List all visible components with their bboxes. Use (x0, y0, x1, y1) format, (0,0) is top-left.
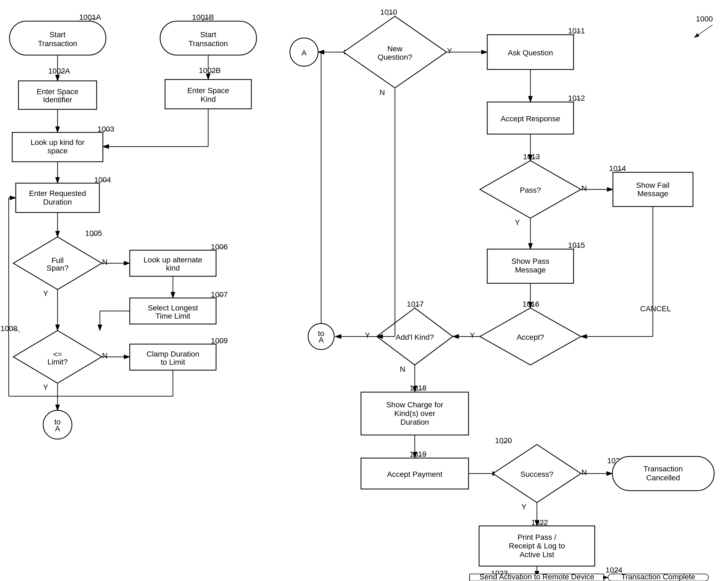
svg-text:Question?: Question? (378, 53, 412, 61)
svg-text:1014: 1014 (609, 164, 626, 173)
svg-text:1002A: 1002A (48, 67, 70, 75)
svg-text:Full: Full (51, 256, 63, 265)
svg-text:1000: 1000 (696, 15, 713, 23)
svg-text:A: A (55, 424, 60, 433)
svg-text:Active List: Active List (520, 550, 554, 559)
svg-text:A: A (302, 49, 307, 57)
svg-text:Add'l Kind?: Add'l Kind? (396, 333, 434, 341)
svg-text:N: N (581, 184, 587, 192)
svg-text:Start: Start (200, 30, 216, 39)
svg-text:Message: Message (638, 189, 668, 198)
svg-text:1024: 1024 (605, 566, 622, 574)
svg-text:Y: Y (470, 331, 475, 340)
svg-text:Duration: Duration (400, 418, 429, 426)
svg-text:Y: Y (43, 383, 48, 392)
svg-text:1011: 1011 (568, 27, 585, 35)
svg-text:<=: <= (53, 350, 62, 359)
svg-text:1003: 1003 (98, 125, 114, 133)
svg-text:N: N (102, 258, 107, 266)
svg-text:Duration: Duration (43, 198, 72, 206)
svg-text:1018: 1018 (410, 384, 426, 392)
svg-text:Y: Y (43, 289, 48, 298)
svg-text:CANCEL: CANCEL (640, 305, 671, 313)
svg-text:Cancelled: Cancelled (646, 474, 680, 482)
svg-text:space: space (48, 147, 68, 155)
svg-text:1009: 1009 (211, 337, 228, 345)
svg-text:Accept Payment: Accept Payment (387, 470, 442, 478)
svg-text:1004: 1004 (94, 176, 111, 184)
svg-text:kind: kind (166, 264, 180, 272)
svg-text:Look up alternate: Look up alternate (144, 256, 202, 264)
svg-text:Y: Y (521, 503, 527, 511)
svg-text:1012: 1012 (568, 94, 585, 102)
svg-text:Clamp Duration: Clamp Duration (147, 350, 200, 358)
svg-text:N: N (380, 88, 385, 97)
svg-text:Show Fail: Show Fail (636, 181, 670, 189)
svg-text:Show Charge for: Show Charge for (386, 400, 443, 409)
svg-text:N: N (581, 468, 587, 477)
svg-text:Start: Start (49, 30, 66, 39)
svg-text:Message: Message (515, 266, 546, 274)
svg-text:New: New (387, 45, 403, 53)
svg-text:Identifier: Identifier (43, 96, 72, 104)
svg-text:Ask Question: Ask Question (508, 49, 553, 57)
svg-text:A: A (319, 336, 324, 344)
svg-text:Transaction: Transaction (188, 39, 228, 48)
svg-text:Enter Requested: Enter Requested (29, 189, 86, 197)
svg-text:1005: 1005 (85, 229, 102, 237)
svg-text:Time Limit: Time Limit (156, 312, 190, 320)
svg-text:Enter Space: Enter Space (187, 86, 229, 95)
svg-text:1019: 1019 (410, 450, 426, 458)
svg-text:1007: 1007 (211, 290, 228, 299)
svg-text:1017: 1017 (407, 300, 424, 308)
svg-rect-202 (0, 0, 728, 581)
svg-text:1015: 1015 (568, 241, 585, 249)
svg-text:1013: 1013 (523, 153, 540, 161)
svg-text:Look up kind for: Look up kind for (30, 138, 84, 147)
svg-text:1002B: 1002B (199, 66, 221, 75)
svg-text:to Limit: to Limit (161, 358, 185, 366)
svg-text:N: N (102, 351, 107, 360)
svg-text:Show Pass: Show Pass (512, 257, 549, 265)
svg-text:Accept?: Accept? (517, 333, 544, 341)
svg-text:Y: Y (515, 218, 520, 227)
svg-text:Enter Space: Enter Space (37, 87, 78, 96)
svg-text:Pass?: Pass? (520, 186, 541, 194)
svg-text:Print Pass /: Print Pass / (517, 533, 556, 542)
svg-text:Transaction: Transaction (643, 465, 683, 473)
svg-text:Span?: Span? (47, 264, 69, 272)
final-diagram: Start Transaction 1001A 1002A Enter Spac… (0, 0, 728, 581)
svg-text:Transaction Complete: Transaction Complete (621, 573, 696, 581)
svg-text:Receipt & Log to: Receipt & Log to (509, 542, 565, 550)
svg-text:Y: Y (447, 47, 452, 55)
svg-text:Kind(s) over: Kind(s) over (394, 409, 435, 418)
svg-text:Accept Response: Accept Response (500, 114, 560, 123)
svg-text:Success?: Success? (520, 470, 553, 478)
svg-text:N: N (400, 365, 405, 373)
svg-text:1006: 1006 (211, 243, 228, 251)
svg-text:Kind: Kind (201, 95, 216, 103)
svg-text:Limit?: Limit? (48, 358, 68, 366)
svg-text:Transaction: Transaction (38, 39, 77, 48)
svg-text:1016: 1016 (522, 300, 539, 308)
svg-text:Y: Y (365, 331, 370, 340)
svg-text:Send Activation to Remote Devi: Send Activation to Remote Device (479, 573, 594, 581)
svg-text:1020: 1020 (495, 437, 512, 445)
svg-text:Select Longest: Select Longest (148, 303, 198, 312)
